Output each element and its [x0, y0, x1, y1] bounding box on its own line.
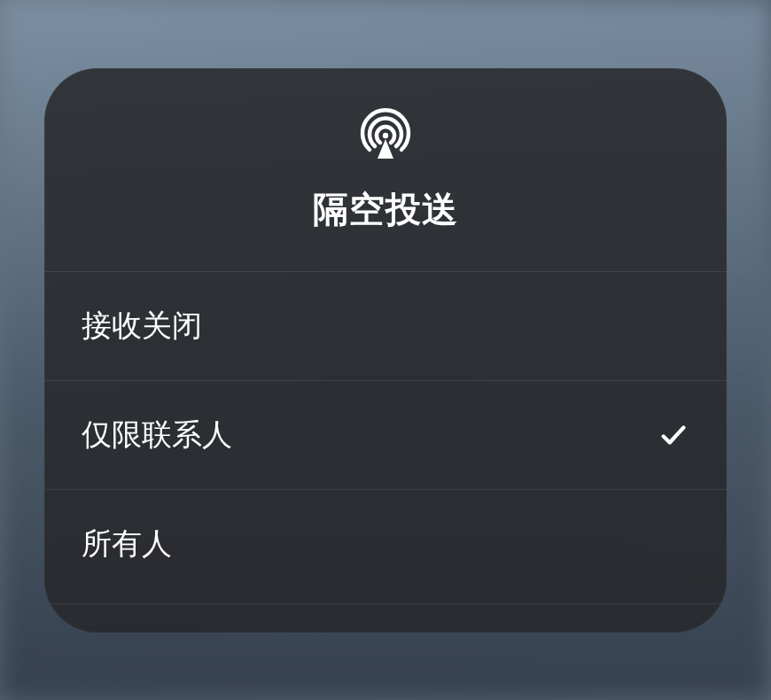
svg-point-0	[383, 132, 388, 137]
panel-title: 隔空投送	[313, 185, 458, 234]
options-list: 接收关闭 仅限联系人 所有人	[44, 272, 727, 604]
option-receiving-off[interactable]: 接收关闭	[44, 272, 727, 380]
option-everyone[interactable]: 所有人	[44, 489, 727, 604]
checkmark-icon	[658, 419, 689, 451]
option-label: 仅限联系人	[82, 415, 232, 455]
option-label: 所有人	[82, 524, 172, 564]
airdrop-settings-panel: 隔空投送 接收关闭 仅限联系人 所有人	[44, 68, 727, 633]
option-label: 接收关闭	[82, 306, 202, 346]
option-contacts-only[interactable]: 仅限联系人	[44, 380, 727, 489]
panel-header: 隔空投送	[44, 68, 727, 272]
airdrop-icon	[354, 104, 417, 167]
panel-footer-space	[44, 604, 727, 633]
